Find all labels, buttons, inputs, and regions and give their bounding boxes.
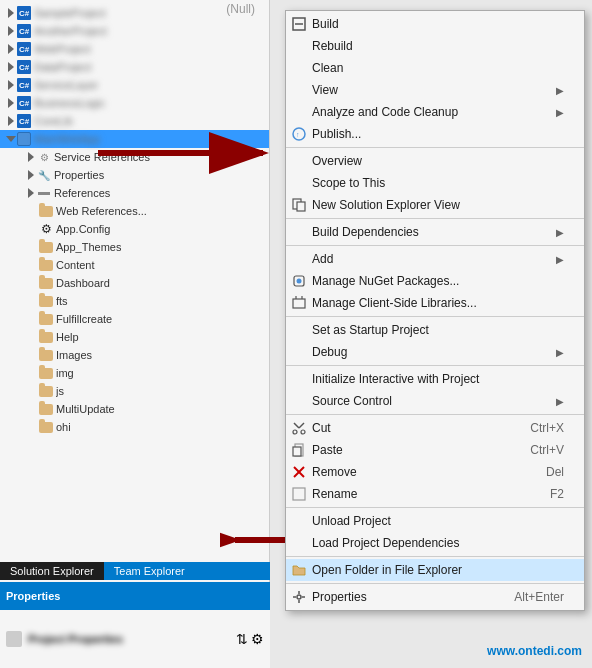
tree-item-img[interactable]: img [0, 364, 269, 382]
project-icon [6, 631, 22, 647]
menu-item-new-sol-explorer[interactable]: New Solution Explorer View [286, 194, 584, 216]
separator-9 [286, 583, 584, 584]
spacer [28, 242, 36, 252]
item-label: img [56, 367, 74, 379]
item-label: Content [56, 259, 95, 271]
tree-item-fts[interactable]: fts [0, 292, 269, 310]
tree-item-3[interactable]: C# WebProject [0, 40, 269, 58]
svg-rect-20 [293, 488, 305, 500]
menu-item-set-startup[interactable]: Set as Startup Project [286, 319, 584, 341]
menu-item-client-libs[interactable]: Manage Client-Side Libraries... [286, 292, 584, 314]
folder-tree-icon [38, 383, 54, 399]
menu-item-label: Unload Project [312, 514, 564, 528]
client-icon [290, 294, 308, 312]
solution-explorer-panel: (Null) C# SampleProject C# AnotherProjec… [0, 0, 270, 668]
tab-team-explorer[interactable]: Team Explorer [104, 562, 195, 580]
menu-item-remove[interactable]: Remove Del [286, 461, 584, 483]
menu-item-paste[interactable]: Paste Ctrl+V [286, 439, 584, 461]
spacer [28, 206, 36, 216]
menu-item-rename[interactable]: Rename F2 [286, 483, 584, 505]
menu-item-overview[interactable]: Overview [286, 150, 584, 172]
menu-item-label: Manage NuGet Packages... [312, 274, 564, 288]
references-icon [36, 185, 52, 201]
menu-item-build[interactable]: Build [286, 13, 584, 35]
folder-tree-icon [38, 257, 54, 273]
remove-icon [290, 463, 308, 481]
menu-item-properties[interactable]: Properties Alt+Enter [286, 586, 584, 608]
menu-item-source-control[interactable]: Source Control ▶ [286, 390, 584, 412]
item-label: Images [56, 349, 92, 361]
tree-item-images[interactable]: Images [0, 346, 269, 364]
menu-item-label: Clean [312, 61, 564, 75]
menu-item-view[interactable]: View ▶ [286, 79, 584, 101]
tree-item-content[interactable]: Content [0, 256, 269, 274]
cut-icon [290, 419, 308, 437]
item-label: fts [56, 295, 68, 307]
folder-tree-icon [38, 311, 54, 327]
build-icon [290, 15, 308, 33]
tree-item-fulfillcreate[interactable]: Fulfillcreate [0, 310, 269, 328]
menu-item-unload[interactable]: Unload Project [286, 510, 584, 532]
sort-icon[interactable]: ⇅ [236, 631, 248, 647]
menu-item-open-folder[interactable]: Open Folder in File Explorer [286, 559, 584, 581]
submenu-arrow: ▶ [556, 347, 564, 358]
tree-item-help[interactable]: Help [0, 328, 269, 346]
svg-point-15 [301, 430, 305, 434]
menu-item-publish[interactable]: ↑ Publish... [286, 123, 584, 145]
svg-rect-9 [293, 299, 305, 308]
menu-item-label: Overview [312, 154, 564, 168]
svg-line-12 [294, 423, 299, 428]
tree-item-5[interactable]: C# ServiceLayer [0, 76, 269, 94]
bottom-tabs: Solution Explorer Team Explorer [0, 562, 270, 580]
menu-item-load-deps[interactable]: Load Project Dependencies [286, 532, 584, 554]
svg-text:↑: ↑ [296, 131, 300, 138]
tree-item-2[interactable]: C# AnotherProject [0, 22, 269, 40]
tab-solution-explorer[interactable]: Solution Explorer [0, 562, 104, 580]
menu-item-analyze[interactable]: Analyze and Code Cleanup ▶ [286, 101, 584, 123]
properties-folder-icon: 🔧 [36, 167, 52, 183]
paste-icon [290, 441, 308, 459]
tree-item-js[interactable]: js [0, 382, 269, 400]
submenu-arrow: ▶ [556, 85, 564, 96]
tree-item-app-config[interactable]: ⚙ App.Config [0, 220, 269, 238]
menu-item-shortcut: F2 [550, 487, 564, 501]
tree-item-web-refs[interactable]: Web References... [0, 202, 269, 220]
menu-item-clean[interactable]: Clean [286, 57, 584, 79]
folder-tree-icon [38, 401, 54, 417]
tree-item-multiupdate[interactable]: MultiUpdate [0, 400, 269, 418]
menu-item-nuget[interactable]: Manage NuGet Packages... [286, 270, 584, 292]
item-label: js [56, 385, 64, 397]
gear-icon[interactable]: ⚙ [251, 631, 264, 647]
menu-item-label: Remove [312, 465, 526, 479]
tree-item-ohi[interactable]: ohi [0, 418, 269, 436]
spacer [28, 386, 36, 396]
tree-item-app-themes[interactable]: App_Themes [0, 238, 269, 256]
tree-item-6[interactable]: C# BusinessLogic [0, 94, 269, 112]
spacer [28, 314, 36, 324]
folder-tree-icon [38, 203, 54, 219]
tree-item-4[interactable]: C# DataProject [0, 58, 269, 76]
menu-item-label: Source Control [312, 394, 552, 408]
tree-item-references[interactable]: References [0, 184, 269, 202]
spacer [28, 224, 36, 234]
menu-item-rebuild[interactable]: Rebuild [286, 35, 584, 57]
menu-item-debug[interactable]: Debug ▶ [286, 341, 584, 363]
menu-item-initialize-interactive[interactable]: Initialize Interactive with Project [286, 368, 584, 390]
solution-icon [16, 131, 32, 147]
menu-item-scope[interactable]: Scope to This [286, 172, 584, 194]
menu-item-label: Initialize Interactive with Project [312, 372, 564, 386]
menu-item-label: Build Dependencies [312, 225, 552, 239]
item-label: MultiUpdate [56, 403, 115, 415]
watermark: www.ontedi.com [487, 644, 582, 658]
menu-item-label: Publish... [312, 127, 564, 141]
menu-item-add[interactable]: Add ▶ [286, 248, 584, 270]
menu-item-cut[interactable]: Cut Ctrl+X [286, 417, 584, 439]
cs-icon: C# [16, 95, 32, 111]
item-label: Fulfillcreate [56, 313, 112, 325]
tree-item-dashboard[interactable]: Dashboard [0, 274, 269, 292]
folder-tree-icon [38, 239, 54, 255]
spacer [28, 368, 36, 378]
folder-tree-icon [38, 293, 54, 309]
menu-item-build-deps[interactable]: Build Dependencies ▶ [286, 221, 584, 243]
item-label: Web References... [56, 205, 147, 217]
